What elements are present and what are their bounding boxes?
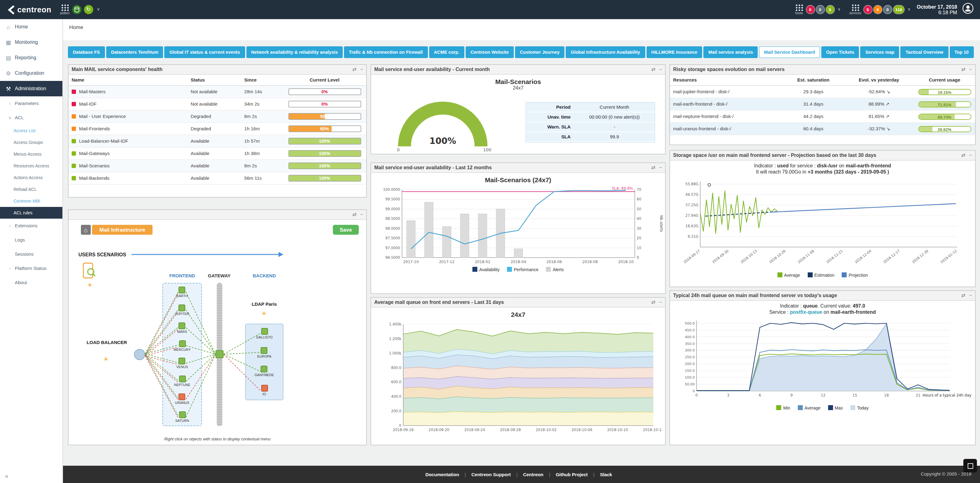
services-status-menu[interactable]: services 540118 ∨ (850, 4, 910, 16)
dashboard-tab[interactable]: Mail service analysis (703, 46, 758, 58)
collapse-icon[interactable]: − (659, 165, 662, 171)
table-row[interactable]: Mail-IDF Not available 34m 2s 0% (68, 98, 366, 110)
sidebar-item[interactable]: Logs (0, 233, 62, 247)
sidebar-item[interactable]: Actions Access (0, 172, 62, 183)
table-row[interactable]: Mail-Scenarios Available 8m 2s 100% (68, 159, 366, 172)
collapse-icon[interactable]: − (969, 67, 972, 72)
poller-sync-icon[interactable]: ↻ (84, 5, 93, 14)
dashboard-tab[interactable]: Database FS (68, 46, 105, 58)
collapse-icon[interactable]: − (360, 212, 363, 217)
dashboard-tab[interactable]: Global IT status & current events (165, 46, 245, 58)
sidebar-item[interactable]: › Platform Status (0, 261, 62, 276)
save-button[interactable]: Save (333, 225, 359, 235)
load-balancer-node[interactable] (134, 349, 145, 360)
service-status-badge[interactable]: 118 (893, 6, 904, 14)
dashboard-tab[interactable]: Trafic & Nb connection on Firewall (344, 46, 428, 58)
table-row[interactable]: mail-jupiter-frontend - disk-/ 29.3 days… (670, 86, 975, 98)
footer-link[interactable]: Centreon (523, 472, 543, 477)
dashboard-tab[interactable]: Tactical Overview (900, 46, 948, 58)
server-node[interactable]: JUPITER (175, 304, 189, 316)
sidebar-item[interactable]: Access List (0, 125, 62, 137)
sidebar-item[interactable]: Centreon MBI (0, 195, 62, 207)
sidebar-item[interactable]: › Extensions (0, 218, 62, 233)
user-avatar[interactable] (962, 2, 974, 17)
table-row[interactable]: mail-neptune-frontend - disk-/ 44.2 days… (670, 110, 975, 123)
infrastructure-label[interactable]: Mail Infrastructure (92, 225, 153, 235)
chevron-down-icon[interactable]: ∨ (907, 7, 910, 12)
dashboard-tab[interactable]: Services map (861, 46, 899, 58)
host-status-badge[interactable]: 5 (826, 6, 834, 14)
sidebar-item[interactable]: About (0, 276, 62, 290)
dashboard-tab[interactable]: Datacenters Tem/Hum (106, 46, 163, 58)
refresh-icon[interactable]: ⇄ (352, 212, 356, 217)
table-row[interactable]: Mail-Masters Not available 28m 14s 0% (68, 86, 366, 98)
dashboard-tab[interactable]: Global Infrastructure Availability (566, 46, 645, 58)
refresh-icon[interactable]: ⇄ (961, 67, 965, 72)
sidebar-item[interactable]: Access Groups (0, 137, 62, 148)
sidebar-item[interactable]: ⚒ Administration (0, 81, 62, 96)
dashboard-tab[interactable]: Mail Service Dashboard (759, 46, 820, 58)
table-row[interactable]: Mail - User Experience Degraded 8m 2s 50… (68, 110, 366, 123)
dashboard-tab[interactable]: Network availability & reliability analy… (246, 46, 343, 58)
server-node[interactable]: IO (261, 385, 268, 396)
table-row[interactable]: mail-earth-frontend - disk-/ 31.4 days 8… (670, 98, 975, 110)
sidebar-item[interactable]: ∨ ACL (0, 110, 62, 125)
hosts-status-menu[interactable]: hosts 005 ∨ (794, 4, 841, 16)
server-node[interactable]: EUROPA (257, 347, 271, 358)
service-status-badge[interactable]: 5 (864, 6, 872, 14)
dashboard-tab[interactable]: HILLMORE Insurance (646, 46, 702, 58)
server-node[interactable]: SATURN (175, 411, 189, 422)
sidebar-item[interactable]: ACL rules (0, 207, 62, 218)
sidebar-item[interactable]: ▦ Monitoring (0, 35, 62, 50)
sidebar-collapse-button[interactable]: « (5, 472, 8, 479)
poller-database-icon[interactable] (72, 5, 81, 14)
collapse-icon[interactable]: − (360, 67, 363, 72)
sidebar-item[interactable]: Reload ACL (0, 183, 62, 195)
sidebar-item[interactable]: ⚙ Configuration (0, 65, 62, 81)
dashboard-tab[interactable]: Top 10 (950, 46, 974, 58)
sidebar-item[interactable]: ▤ Reporting (0, 50, 62, 65)
server-node[interactable]: GANYMEDE (255, 366, 274, 377)
refresh-icon[interactable]: ⇄ (961, 293, 965, 298)
sidebar-item[interactable]: Resources Access (0, 160, 62, 172)
table-row[interactable]: Mail-Gateways Available 1h 38m 100% (68, 147, 366, 159)
table-row[interactable]: Mail-Backends Available 56m 11s 100% (68, 172, 366, 184)
refresh-icon[interactable]: ⇄ (352, 67, 356, 72)
collapse-icon[interactable]: − (659, 67, 662, 72)
table-row[interactable]: Mail-Frontends Degraded 1h 16m 60% (68, 123, 366, 135)
table-row[interactable]: Load-Balancer-Mail-IDF Available 1h 57m … (68, 135, 366, 147)
footer-link[interactable]: Github Project (556, 472, 587, 477)
dashboard-tab[interactable]: Customer Journey (515, 46, 565, 58)
footer-link[interactable]: Slack (600, 472, 612, 477)
server-node[interactable]: URANUS (175, 394, 189, 405)
collapse-icon[interactable]: − (969, 153, 972, 158)
sidebar-item[interactable]: ⌂ Home (0, 19, 62, 35)
chevron-down-icon[interactable]: ∨ (838, 7, 841, 12)
service-status-badge[interactable]: 0 (883, 6, 891, 14)
server-node[interactable]: EARTH (176, 287, 188, 298)
chevron-down-icon[interactable]: ∨ (97, 7, 100, 12)
server-node[interactable]: NEPTUNE (174, 376, 191, 387)
host-status-badge[interactable]: 0 (806, 6, 814, 14)
host-status-badge[interactable]: 0 (816, 6, 824, 14)
dashboard-tab[interactable]: Open Tickets (821, 46, 859, 58)
footer-link[interactable]: Documentation (425, 472, 459, 477)
sidebar-item[interactable]: Sessions (0, 247, 62, 261)
refresh-icon[interactable]: ⇄ (961, 153, 965, 158)
footer-link[interactable]: Centreon Support (471, 472, 511, 477)
gateway-node[interactable] (215, 350, 224, 358)
dashboard-tab[interactable]: ACME corp. (429, 46, 465, 58)
refresh-icon[interactable]: ⇄ (651, 67, 655, 72)
table-row[interactable]: mail-uranus-frontend - disk-/ 60.4 days … (670, 123, 975, 135)
sidebar-item[interactable]: › Parameters (0, 96, 62, 110)
server-node[interactable]: GALLISTO (256, 328, 273, 340)
refresh-icon[interactable]: ⇄ (651, 300, 655, 305)
sidebar-item[interactable]: Menus Access (0, 148, 62, 160)
server-node[interactable]: MARS (177, 322, 187, 333)
breadcrumb[interactable]: Home (69, 24, 83, 30)
collapse-icon[interactable]: − (969, 293, 972, 298)
pollers-menu[interactable]: pollers ↻ ∨ (60, 4, 100, 16)
server-node[interactable]: MERCURY (173, 340, 191, 351)
centreon-logo[interactable]: centreon (6, 4, 51, 15)
service-status-badge[interactable]: 4 (873, 6, 881, 14)
